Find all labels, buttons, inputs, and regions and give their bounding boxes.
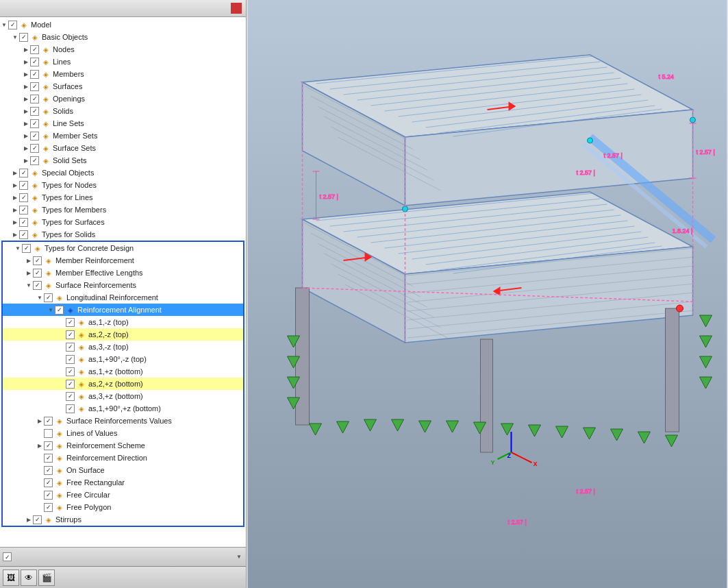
tree-arrow[interactable] <box>22 144 30 152</box>
tree-checkbox[interactable] <box>66 318 75 327</box>
tree-checkbox[interactable] <box>44 478 53 487</box>
navigator-close-button[interactable] <box>231 3 242 14</box>
tree-arrow[interactable] <box>22 70 30 78</box>
tree-checkbox[interactable] <box>30 144 39 153</box>
tree-item-surfaces[interactable]: ◈Surfaces <box>0 80 246 93</box>
tree-checkbox[interactable] <box>19 206 28 215</box>
tree-checkbox[interactable] <box>66 343 75 352</box>
tree-checkbox[interactable] <box>19 218 28 227</box>
tree-item-as1-z-top[interactable]: ◈as,1,-z (top) <box>3 316 243 328</box>
tree-item-types-for-solids[interactable]: ◈Types for Solids <box>0 228 246 241</box>
tree-item-member-sets[interactable]: ◈Member Sets <box>0 130 246 142</box>
3d-view[interactable]: t 2.57 | t 2.57 | t 5.24 1.8.24 | t 2.57… <box>247 0 728 588</box>
tree-item-lines-of-values[interactable]: ◈Lines of Values <box>3 427 243 439</box>
tree-checkbox[interactable] <box>30 45 39 54</box>
tree-checkbox[interactable] <box>30 82 39 91</box>
tree-item-as2-z-top[interactable]: ◈as,2,-z (top) <box>3 328 243 341</box>
tree-checkbox[interactable] <box>66 404 75 413</box>
tree-checkbox[interactable] <box>8 21 17 29</box>
tree-item-as4-z-top[interactable]: ◈as,1,+90°,-z (top) <box>3 353 243 365</box>
tree-checkbox[interactable] <box>19 33 28 42</box>
footer-arrow[interactable]: ▼ <box>236 554 243 560</box>
tree-arrow[interactable] <box>25 256 33 265</box>
tree-checkbox[interactable] <box>44 429 53 438</box>
tree-item-member-reinf[interactable]: ◈Member Reinforcement <box>3 254 243 267</box>
tree-arrow[interactable] <box>14 244 22 252</box>
tree-checkbox[interactable] <box>44 503 53 512</box>
tree-item-free-poly[interactable]: ◈Free Polygon <box>3 501 243 513</box>
tree-item-as2-z-bot[interactable]: ◈as,2,+z (bottom) <box>3 378 243 390</box>
tree-checkbox[interactable] <box>66 355 75 364</box>
tree-arrow[interactable] <box>11 193 19 201</box>
tree-checkbox[interactable] <box>30 58 39 66</box>
tree-arrow[interactable] <box>36 417 44 425</box>
tree-checkbox[interactable] <box>30 107 39 116</box>
tree-checkbox[interactable] <box>19 230 28 239</box>
tree-checkbox[interactable] <box>19 169 28 177</box>
tree-item-special-objects[interactable]: ◈Special Objects <box>0 167 246 179</box>
tree-item-as3-z-top[interactable]: ◈as,3,-z (top) <box>3 341 243 353</box>
tree-checkbox[interactable] <box>19 181 28 190</box>
tree-arrow[interactable] <box>11 33 19 41</box>
tree-arrow[interactable] <box>11 206 19 214</box>
tree-item-model[interactable]: ◈Model <box>0 19 246 31</box>
tree-arrow[interactable] <box>0 21 8 29</box>
tree-arrow[interactable] <box>25 515 33 524</box>
tree-item-on-surface[interactable]: ◈On Surface <box>3 464 243 476</box>
tree-checkbox[interactable] <box>44 441 53 450</box>
tree-arrow[interactable] <box>25 269 33 277</box>
tree-checkbox[interactable] <box>33 281 42 290</box>
topology-checkbox[interactable]: ✓ <box>3 552 12 561</box>
tree-item-basic-objects[interactable]: ◈Basic Objects <box>0 31 246 43</box>
tree-checkbox[interactable] <box>44 293 53 302</box>
tree-arrow[interactable] <box>11 181 19 189</box>
tree-checkbox[interactable] <box>33 515 42 524</box>
tree-checkbox[interactable] <box>55 306 64 315</box>
tree-arrow[interactable] <box>22 156 30 164</box>
tree-item-as1-z-bot[interactable]: ◈as,1,+z (bottom) <box>3 365 243 378</box>
tree-item-reinf-alignment[interactable]: ◈Reinforcement Alignment <box>3 304 243 316</box>
tree-item-openings[interactable]: ◈Openings <box>0 93 246 105</box>
tree-checkbox[interactable] <box>66 367 75 376</box>
tree-item-reinf-direction[interactable]: ◈Reinforcement Direction <box>3 452 243 464</box>
tree-item-solids[interactable]: ◈Solids <box>0 105 246 117</box>
tree-arrow[interactable] <box>47 306 55 314</box>
tree-item-lines[interactable]: ◈Lines <box>0 56 246 68</box>
tree-checkbox[interactable] <box>19 193 28 202</box>
tree-arrow[interactable] <box>22 58 30 66</box>
tree-item-types-concrete-design[interactable]: ◈Types for Concrete Design <box>3 242 243 254</box>
tree-arrow[interactable] <box>22 95 30 103</box>
tree-item-free-circ[interactable]: ◈Free Circular <box>3 489 243 501</box>
tree-item-reinf-scheme[interactable]: ◈Reinforcement Scheme <box>3 439 243 452</box>
tree-arrow[interactable] <box>22 107 30 115</box>
tree-item-as4-z-bot[interactable]: ◈as,1,+90°,+z (bottom) <box>3 402 243 415</box>
tree-checkbox[interactable] <box>66 392 75 401</box>
tree-arrow[interactable] <box>11 169 19 177</box>
tree-item-types-for-nodes[interactable]: ◈Types for Nodes <box>0 179 246 191</box>
tree-checkbox[interactable] <box>22 244 31 253</box>
tree-checkbox[interactable] <box>44 454 53 463</box>
tree-arrow[interactable] <box>22 119 30 127</box>
tree-checkbox[interactable] <box>30 119 39 128</box>
tree-item-line-sets[interactable]: ◈Line Sets <box>0 117 246 130</box>
tree-checkbox[interactable] <box>30 70 39 79</box>
tree-arrow[interactable] <box>36 441 44 450</box>
tree-item-solid-sets[interactable]: ◈Solid Sets <box>0 154 246 167</box>
tree-item-types-for-lines[interactable]: ◈Types for Lines <box>0 191 246 204</box>
tree-arrow[interactable] <box>36 293 44 302</box>
tree-arrow[interactable] <box>25 281 33 289</box>
display-settings-button[interactable]: 🖼 <box>3 569 19 586</box>
tree-item-member-eff-lengths[interactable]: ◈Member Effective Lengths <box>3 267 243 279</box>
tree-item-nodes[interactable]: ◈Nodes <box>0 43 246 56</box>
tree-checkbox[interactable] <box>44 417 53 426</box>
tree-item-free-rect[interactable]: ◈Free Rectangular <box>3 476 243 489</box>
tree-checkbox[interactable] <box>44 491 53 500</box>
tree-checkbox[interactable] <box>33 256 42 265</box>
tree-item-long-reinf[interactable]: ◈Longitudinal Reinforcement <box>3 291 243 304</box>
tree-item-surface-reinf-values[interactable]: ◈Surface Reinforcements Values <box>3 415 243 427</box>
tree-checkbox[interactable] <box>30 132 39 140</box>
tree-arrow[interactable] <box>11 230 19 238</box>
tree-item-surface-reinf[interactable]: ◈Surface Reinforcements <box>3 279 243 291</box>
tree-arrow[interactable] <box>22 82 30 90</box>
tree-item-types-for-members[interactable]: ◈Types for Members <box>0 204 246 216</box>
